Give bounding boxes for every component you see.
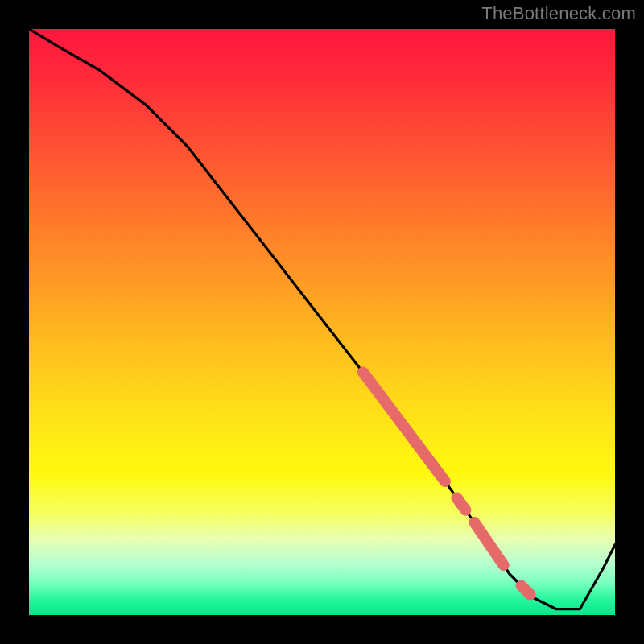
- highlight-dot-low: [522, 586, 530, 595]
- bottleneck-curve: [29, 29, 615, 609]
- watermark-text: TheBottleneck.com: [481, 3, 636, 24]
- highlight-segment-upper: [363, 372, 445, 481]
- chart-frame: TheBottleneck.com: [0, 0, 644, 644]
- chart-svg: [29, 29, 615, 615]
- highlight-dot-mid: [456, 497, 465, 510]
- highlight-segment-lower: [474, 522, 503, 565]
- plot-area: [29, 29, 615, 615]
